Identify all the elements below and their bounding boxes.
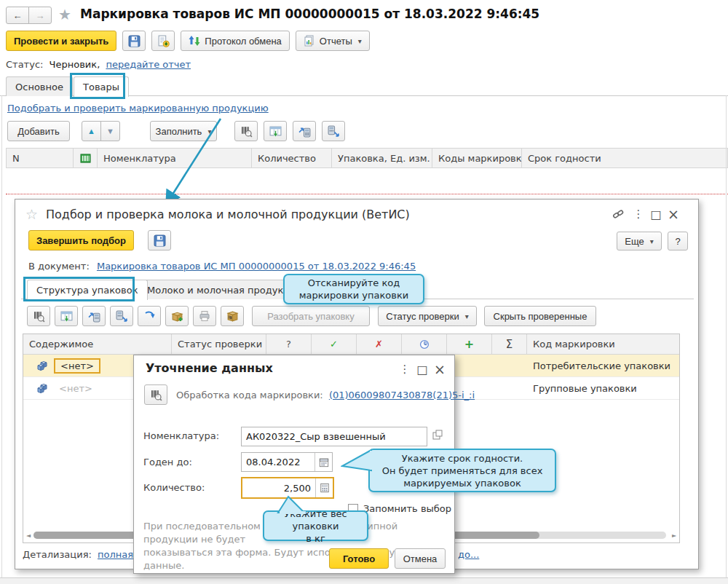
col-nomenclature[interactable]: Номенклатура (98, 149, 252, 167)
dialog-star-icon[interactable]: ☆ (25, 206, 38, 222)
refresh-button[interactable] (138, 306, 161, 326)
calculator-icon[interactable] (315, 478, 333, 497)
col-pending[interactable] (402, 334, 447, 354)
col-unknown-icon[interactable]: ? (266, 334, 312, 354)
close-icon[interactable]: × (665, 206, 682, 222)
main-tabbar: Основное Товары (0, 76, 728, 96)
tab-goods[interactable]: Товары (74, 76, 129, 97)
reports-button[interactable]: Отчеты ▾ (296, 31, 370, 51)
get-link-icon[interactable] (612, 208, 630, 220)
move-up-button[interactable]: ▲ (82, 121, 101, 141)
code-processing-link[interactable]: (01)06009807430878(21)5-i_:i (329, 390, 475, 400)
help-button[interactable]: ? (668, 232, 688, 250)
box-barcode-icon (226, 310, 239, 323)
barcode-scan-icon (240, 125, 253, 138)
code-processing-label: Обработка кода маркировки: (176, 390, 323, 400)
download-from-terminal-button[interactable] (322, 121, 345, 141)
post-document-button[interactable] (151, 31, 175, 51)
col-check-fail[interactable]: ✗ (357, 334, 402, 354)
send-report-link[interactable]: передайте отчет (106, 59, 191, 70)
scroll-right-icon[interactable]: ► (669, 532, 679, 539)
scan-barcode-button[interactable] (27, 306, 50, 326)
check-status-button[interactable]: Статус проверки▾ (378, 306, 477, 326)
exchange-protocol-button[interactable]: Протокол обмена (181, 31, 290, 51)
expiry-field[interactable]: 08.04.2022 (241, 452, 333, 472)
terminal-upload-icon (298, 125, 311, 138)
forward-icon: → (36, 10, 45, 21)
add-button-label: Добавить (17, 126, 59, 137)
upload-to-terminal-button[interactable] (82, 306, 106, 326)
box-add-icon (171, 310, 183, 323)
more-menu-icon[interactable]: ⋮ (630, 208, 647, 221)
disassemble-package-button[interactable]: Разобрать упаковку (252, 306, 370, 326)
col-qty[interactable]: Количество (252, 149, 332, 167)
terminal-download-icon (328, 125, 340, 138)
maximize-icon[interactable]: □ (414, 363, 431, 376)
clock-icon (419, 339, 430, 350)
modal-scan-button[interactable] (144, 384, 167, 405)
tooltip-weight-pointer (275, 495, 309, 514)
save-icon (154, 234, 166, 247)
col-marking-icon[interactable] (74, 149, 98, 167)
open-icon[interactable] (432, 429, 443, 441)
calendar-icon[interactable] (314, 453, 332, 471)
package-barcode-button[interactable] (221, 306, 244, 326)
code-cell[interactable]: Групповые упаковки (527, 383, 679, 394)
packages-table-header[interactable]: Содержимое Статус проверки ? ✓ ✗ + Σ Код… (23, 334, 679, 355)
forward-button[interactable]: → (28, 7, 52, 24)
save-button[interactable] (122, 31, 146, 51)
print-button[interactable] (193, 306, 216, 326)
col-codes[interactable]: Коды маркировки (432, 149, 522, 167)
cancel-button[interactable]: Отмена (395, 548, 446, 569)
upload-to-terminal-button[interactable] (293, 121, 316, 141)
maximize-icon[interactable]: □ (647, 208, 665, 221)
col-sigma[interactable]: Σ (492, 334, 527, 354)
collapse-link[interactable]: до... (458, 549, 479, 560)
back-button[interactable]: ← (6, 7, 29, 24)
add-package-button[interactable] (165, 306, 189, 326)
main-toolbar: Провести и закрыть Протокол обмена Отчет… (6, 31, 370, 51)
more-button[interactable]: Еще▾ (617, 232, 662, 250)
scroll-left-icon[interactable]: ◄ (23, 532, 33, 539)
more-menu-icon[interactable]: ⋮ (396, 363, 414, 376)
col-pack[interactable]: Упаковка, Ед. изм. (332, 149, 432, 167)
col-check-status[interactable]: Статус проверки (172, 334, 266, 354)
detail-link[interactable]: полная (98, 549, 133, 560)
col-content[interactable]: Содержимое (23, 334, 172, 354)
back-icon: ← (13, 10, 23, 21)
favorite-star-icon[interactable]: ★ (58, 6, 71, 23)
check-icon: ✓ (330, 339, 338, 350)
col-added[interactable]: + (447, 334, 492, 354)
move-down-button[interactable]: ▼ (100, 121, 120, 141)
goods-table-header[interactable]: N Номенклатура Количество Упаковка, Ед. … (6, 148, 728, 168)
col-n[interactable]: N (7, 149, 74, 167)
nomenclature-value: АК020322_Сыр взвешенный (246, 431, 386, 442)
tab-goods-label: Товары (83, 82, 119, 92)
add-button[interactable]: Добавить (7, 121, 70, 141)
nomenclature-field[interactable]: АК020322_Сыр взвешенный (241, 427, 427, 446)
scan-barcode-button[interactable] (234, 121, 258, 141)
tab-main[interactable]: Основное (6, 76, 73, 96)
download-from-terminal-button[interactable] (110, 306, 133, 326)
pick-and-check-link[interactable]: Подобрать и проверить маркированную прод… (7, 103, 269, 114)
finish-selection-button[interactable]: Завершить подбор (28, 230, 134, 250)
dialog-title: Подбор и проверка молока и молочной прод… (46, 208, 410, 221)
col-marking-code[interactable]: Код маркировки (527, 334, 679, 354)
fill-from-terminal-button[interactable] (264, 121, 287, 141)
post-and-close-button[interactable]: Провести и закрыть (6, 31, 116, 51)
close-icon[interactable]: × (431, 361, 448, 377)
fill-button[interactable]: Заполнить▾ (150, 121, 217, 141)
fill-table-button[interactable] (55, 306, 78, 326)
document-link[interactable]: Маркировка товаров ИС МП 00000000015 от … (97, 261, 416, 272)
done-button[interactable]: Готово (329, 548, 389, 569)
col-expiry[interactable]: Срок годности (522, 149, 727, 167)
code-cell[interactable]: Потребительские упаковки (527, 360, 679, 371)
finish-selection-label: Завершить подбор (36, 235, 126, 246)
app-window: ← → ★ Маркировка товаров ИС МП 000000000… (0, 0, 728, 584)
tab-package-structure[interactable]: Структура упаковок (27, 280, 148, 300)
content-cell[interactable]: <нет> (54, 382, 98, 395)
hide-checked-button[interactable]: Скрыть проверенные (484, 306, 596, 326)
col-check-ok[interactable]: ✓ (312, 334, 357, 354)
dialog-save-button[interactable] (148, 230, 171, 250)
content-cell-selected[interactable]: <нет> (54, 358, 100, 374)
